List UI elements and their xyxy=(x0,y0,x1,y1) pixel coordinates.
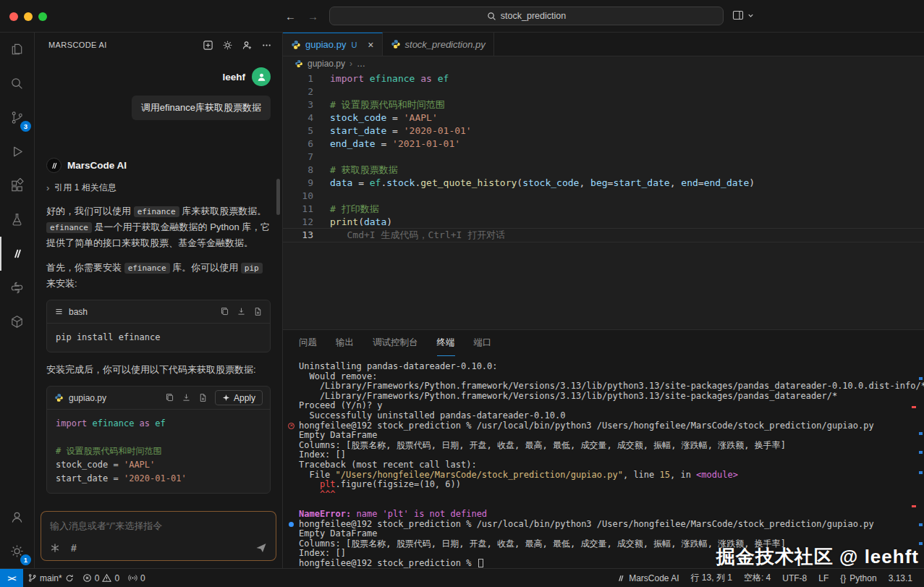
code-line: 13 Cmd+I 生成代码，Ctrl+I 打开对话 xyxy=(283,229,924,242)
tab-bar: gupiao.py U × stock_prediction.py xyxy=(283,33,924,56)
tab-output[interactable]: 输出 xyxy=(336,330,354,356)
text: 好的，我们可以使用 xyxy=(46,206,134,216)
terminal-line: hongfeilee@192 stock_prediction % /usr/l… xyxy=(299,520,924,530)
terminal-line: Successfully uninstalled pandas-dataread… xyxy=(299,411,924,421)
cursor-position[interactable]: 行 13, 列 1 xyxy=(685,569,738,587)
tab-ports[interactable]: 端口 xyxy=(474,330,492,356)
terminal-line: Uninstalling pandas-datareader-0.10.0: xyxy=(299,362,924,372)
chevron-right-icon: › xyxy=(46,182,49,193)
breadcrumb-more[interactable]: … xyxy=(357,59,365,69)
marscode-status[interactable]: MarsCode AI xyxy=(611,569,684,587)
code-block-bash: bash pip install efinance xyxy=(46,300,271,352)
breadcrumb-file[interactable]: gupiao.py xyxy=(308,59,345,69)
account-button[interactable] xyxy=(0,500,34,534)
terminal-output[interactable]: Uninstalling pandas-datareader-0.10.0: W… xyxy=(283,356,924,568)
extensions-icon xyxy=(9,178,25,193)
copy-icon[interactable] xyxy=(165,393,174,402)
tab-terminal[interactable]: 终端 xyxy=(437,330,455,356)
chat-scrollbar[interactable] xyxy=(276,179,280,215)
code-line: 10 xyxy=(283,190,924,203)
send-icon[interactable] xyxy=(255,542,267,554)
text: 来安装: xyxy=(46,278,77,289)
new-file-icon[interactable] xyxy=(253,307,263,316)
new-chat-button[interactable] xyxy=(203,40,213,51)
tab-gupiao[interactable]: gupiao.py U × xyxy=(283,33,383,56)
scm-changes-badge: 3 xyxy=(20,121,31,132)
settings-button[interactable]: 1 xyxy=(0,534,34,568)
new-file-icon[interactable] xyxy=(198,393,208,402)
close-icon[interactable]: × xyxy=(368,40,373,50)
terminal-line: NameError: name 'plt' is not defined xyxy=(299,510,924,520)
reference-toggle[interactable]: › 引用 1 相关信息 xyxy=(46,182,271,194)
ruler-command-mark xyxy=(919,451,923,454)
close-window-button[interactable] xyxy=(9,12,18,21)
more-actions-icon[interactable] xyxy=(261,40,272,51)
customize-layout-button[interactable] xyxy=(732,9,755,21)
sidebar-item-marscode[interactable] xyxy=(0,237,34,271)
chat-settings-button[interactable] xyxy=(222,40,233,51)
command-center-search[interactable]: stock_prediction xyxy=(329,7,724,25)
tab-stock-prediction[interactable]: stock_prediction.py xyxy=(383,33,494,56)
tab-problems[interactable]: 问题 xyxy=(299,330,317,356)
code-editor[interactable]: 1import efinance as ef2 3# 设置股票代码和时间范围4s… xyxy=(283,71,924,329)
sidebar-item-source-control[interactable]: 3 xyxy=(0,101,34,135)
navigate-back-button[interactable]: ← xyxy=(285,10,296,22)
navigate-forward-button[interactable]: → xyxy=(308,10,318,22)
code-line: 1import efinance as ef xyxy=(283,72,924,85)
assistant-name: MarsCode AI xyxy=(67,160,127,171)
chat-code-line: import efinance as ef xyxy=(56,417,261,431)
terminal-line: Columns: [股票名称, 股票代码, 日期, 开盘, 收盘, 最高, 最低… xyxy=(299,441,924,451)
search-icon xyxy=(487,12,496,21)
sidebar-item-cube[interactable] xyxy=(0,305,34,339)
sidebar-item-testing[interactable] xyxy=(0,203,34,237)
list-icon xyxy=(54,307,64,316)
status-bar: >< main* 0 0 0 MarsCode AI 行 13, 列 1 空格:… xyxy=(0,568,924,587)
ruler-command-mark xyxy=(919,542,923,545)
assistant-paragraph: 安装完成后，你可以使用以下代码来获取股票数据: xyxy=(46,362,271,377)
sidebar-item-explorer[interactable] xyxy=(0,33,34,67)
code-block-gupiao: gupiao.py Apply import efinance as ef # … xyxy=(46,386,271,494)
python-file-icon xyxy=(54,393,64,402)
terminal-line: Would remove: xyxy=(299,372,924,382)
sidebar-item-run-debug[interactable] xyxy=(0,135,34,169)
terminal-line: Empty DataFrame xyxy=(299,431,924,441)
encoding-status[interactable]: UTF-8 xyxy=(776,569,813,587)
indent-status[interactable]: 空格: 4 xyxy=(738,569,776,587)
tab-debug-console[interactable]: 调试控制台 xyxy=(373,330,418,356)
sidebar-item-search[interactable] xyxy=(0,67,34,101)
language-status[interactable]: {} Python xyxy=(834,569,882,587)
sidebar-item-extensions[interactable] xyxy=(0,169,34,203)
minimize-window-button[interactable] xyxy=(24,12,33,21)
user-name: leehf xyxy=(222,72,245,83)
maximize-window-button[interactable] xyxy=(38,12,47,21)
remote-button[interactable]: >< xyxy=(0,569,23,587)
python-version[interactable]: 3.13.1 xyxy=(883,569,918,587)
sidebar-item-python[interactable] xyxy=(0,271,34,305)
insert-at-cursor-icon[interactable] xyxy=(182,393,191,402)
eol-status[interactable]: LF xyxy=(813,569,834,587)
bottom-panel: 问题 输出 调试控制台 终端 端口 Uninstalling pandas-da… xyxy=(283,329,924,568)
inline-code: efinance xyxy=(134,206,179,217)
hash-button[interactable]: # xyxy=(71,542,77,554)
assistant-header: MarsCode AI xyxy=(46,158,271,173)
ports-button[interactable]: 0 xyxy=(124,569,150,587)
code-line: 4stock_code = 'AAPL' xyxy=(283,111,924,124)
layout-icon xyxy=(732,9,744,21)
command-failed-icon xyxy=(288,423,294,429)
apply-button[interactable]: Apply xyxy=(215,390,263,405)
chevron-right-icon: › xyxy=(349,59,352,69)
copy-icon[interactable] xyxy=(220,307,229,316)
share-profile-button[interactable] xyxy=(242,40,253,51)
editor-lines: 1import efinance as ef2 3# 设置股票代码和时间范围4s… xyxy=(283,72,924,242)
branch-button[interactable]: main* xyxy=(23,569,78,587)
chat-history[interactable]: leehf 调用efinance库获取股票数据 MarsCode AI › 引用… xyxy=(35,57,282,507)
skill-icon[interactable] xyxy=(50,543,60,553)
terminal-line: hongfeilee@192 stock_prediction % /usr/l… xyxy=(299,421,924,431)
chat-input[interactable] xyxy=(50,520,267,531)
problems-button[interactable]: 0 0 xyxy=(78,569,124,587)
insert-at-cursor-icon[interactable] xyxy=(237,307,246,316)
inline-code: efinance xyxy=(124,263,170,274)
assistant-paragraph: 首先，你需要安装 efinance 库。你可以使用 pip 来安装: xyxy=(46,260,271,291)
inline-code: efinance xyxy=(46,222,92,233)
sparkle-icon xyxy=(222,394,230,402)
